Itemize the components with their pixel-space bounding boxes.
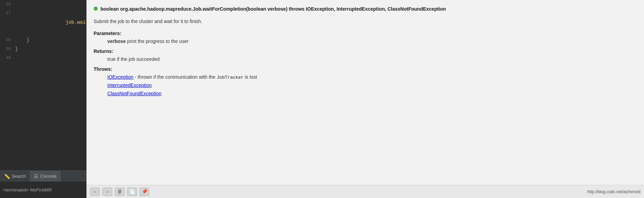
- throws-section: Throws: IOException - thrown if the comm…: [94, 66, 637, 98]
- javadoc-content: boolean org.apache.hadoop.mapreduce.Job.…: [87, 0, 644, 185]
- console-tab[interactable]: ☰ Console: [30, 171, 61, 182]
- parameters-section: Parameters: verbose print the progress t…: [94, 31, 637, 46]
- forward-icon: →: [106, 189, 109, 195]
- throws-content: IOException - thrown if the communicatio…: [107, 73, 637, 98]
- console-content: <terminated> MyFirstMR: [0, 182, 86, 198]
- console-tab-icon: ☰: [34, 174, 38, 179]
- jobtracker-code: JobTracker: [217, 75, 243, 80]
- forward-button[interactable]: →: [103, 188, 112, 196]
- throw-item-2: ClassNotFoundException: [107, 90, 637, 98]
- green-dot-icon: [94, 7, 98, 11]
- returns-section: Returns: true if the job succeeded: [94, 48, 637, 64]
- param-desc: print the progress to the user: [126, 38, 189, 44]
- code-lines: 36 37 job.waitForCompletion(true); 38 } …: [0, 0, 86, 170]
- line-number-39: 39: [0, 45, 14, 54]
- interruptedexception-link[interactable]: InterruptedException: [107, 82, 152, 88]
- classnotfoundexception-link[interactable]: ClassNotFoundException: [107, 91, 162, 96]
- code-line-36: 36: [0, 0, 86, 9]
- at-icon: @: [118, 189, 121, 195]
- pin-icon: 📌: [142, 189, 147, 195]
- console-tab-label: Console: [40, 174, 57, 179]
- main-area: 36 37 job.waitForCompletion(true); 38 } …: [0, 0, 644, 198]
- url-text: http://blog.csdn.net/aizhenshi: [587, 189, 641, 194]
- parameters-title: Parameters:: [94, 31, 637, 36]
- pin-button[interactable]: 📌: [140, 188, 149, 196]
- line-number-38: 38: [0, 36, 14, 45]
- doc-icon: 📄: [129, 189, 135, 195]
- line-number-36: 36: [0, 0, 14, 9]
- throw-item-1: InterruptedException: [107, 81, 637, 90]
- javadoc-panel: boolean org.apache.hadoop.mapreduce.Job.…: [86, 0, 644, 198]
- at-button[interactable]: @: [115, 188, 124, 196]
- code-line-37: 37 job.waitForCompletion(true);: [0, 9, 86, 36]
- ioexception-link[interactable]: IOException: [107, 74, 133, 80]
- signature-text: boolean org.apache.hadoop.mapreduce.Job.…: [100, 6, 446, 13]
- throws-title: Throws:: [94, 66, 637, 72]
- throw-0-desc2: is lost: [243, 74, 257, 80]
- javadoc-description: Submit the job to the cluster and wait f…: [94, 18, 637, 25]
- line-content-39: }: [14, 45, 18, 54]
- throw-item-0: IOException - thrown if the communicatio…: [107, 73, 637, 81]
- param-name: verbose: [107, 38, 126, 44]
- search-tab[interactable]: ✏️ Search: [0, 171, 30, 182]
- javadoc-toolbar: ← → @ 📄 📌 http://blog.csdn.net/aizhenshi: [87, 185, 644, 198]
- terminated-label: <terminated> MyFirstMR: [3, 187, 52, 192]
- throw-0-desc: - thrown if the communication with the: [133, 74, 217, 80]
- parameters-content: verbose print the progress to the user: [107, 37, 637, 46]
- returns-content: true if the job succeeded: [107, 55, 637, 64]
- back-button[interactable]: ←: [90, 188, 100, 196]
- doc-button[interactable]: 📄: [127, 188, 137, 196]
- code-line-38: 38 }: [0, 36, 86, 45]
- line-number-37: 37: [0, 9, 14, 18]
- code-line-40: 40: [0, 54, 86, 63]
- back-icon: ←: [94, 189, 96, 195]
- javadoc-signature: boolean org.apache.hadoop.mapreduce.Job.…: [94, 6, 637, 13]
- bottom-panel: ✏️ Search ☰ Console <terminated> MyFirst…: [0, 170, 86, 198]
- search-tab-label: Search: [12, 174, 26, 179]
- tabs-row: ✏️ Search ☰ Console: [0, 170, 86, 182]
- line-number-40: 40: [0, 54, 14, 63]
- code-panel: 36 37 job.waitForCompletion(true); 38 } …: [0, 0, 86, 198]
- code-line-39: 39 }: [0, 45, 86, 54]
- search-tab-icon: ✏️: [4, 174, 10, 179]
- line-content-38: }: [14, 36, 29, 45]
- method-call: job: [65, 20, 74, 25]
- returns-title: Returns:: [94, 48, 637, 54]
